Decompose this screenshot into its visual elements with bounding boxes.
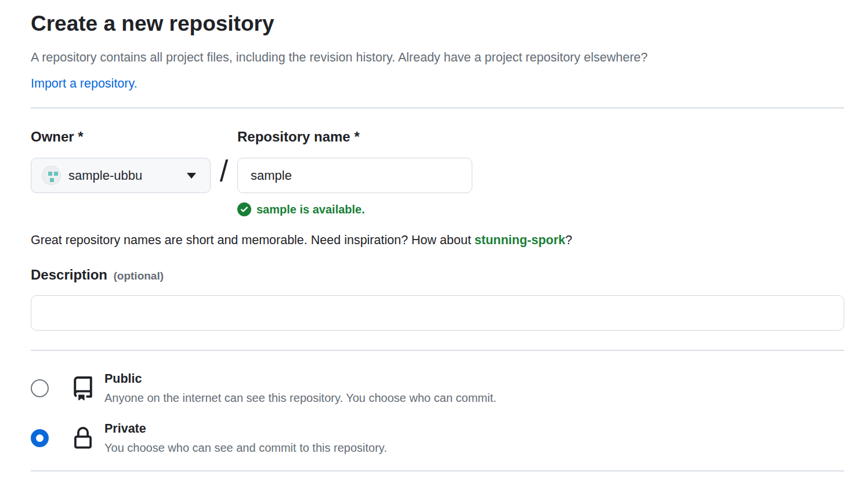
check-circle-icon bbox=[237, 202, 251, 216]
repository-name-label: Repository name * bbox=[237, 129, 472, 144]
hint-prefix: Great repository names are short and mem… bbox=[31, 233, 475, 247]
private-option-text: Private You choose who can see and commi… bbox=[104, 421, 387, 455]
header-divider bbox=[31, 107, 844, 108]
owner-repo-row: Owner * sample-ubbu / Repository name * … bbox=[31, 129, 844, 216]
repository-name-input[interactable] bbox=[237, 158, 472, 193]
private-option-label: Private bbox=[104, 421, 387, 437]
name-suggestion-hint: Great repository names are short and mem… bbox=[31, 233, 844, 248]
description-visibility-divider bbox=[31, 350, 844, 351]
description-label-row: Description (optional) bbox=[31, 267, 844, 283]
private-option-description: You choose who can see and commit to thi… bbox=[104, 441, 387, 455]
page-subtitle: A repository contains all project files,… bbox=[31, 50, 844, 92]
page-title: Create a new repository bbox=[31, 12, 844, 36]
public-option-description: Anyone on the internet can see this repo… bbox=[104, 391, 497, 405]
owner-name: sample-ubbu bbox=[68, 168, 142, 183]
description-input[interactable] bbox=[31, 295, 844, 331]
public-radio[interactable] bbox=[31, 379, 49, 397]
public-option-label: Public bbox=[104, 371, 497, 387]
subtitle-text: A repository contains all project files,… bbox=[31, 50, 648, 64]
owner-field: Owner * sample-ubbu bbox=[31, 129, 211, 193]
owner-avatar bbox=[42, 166, 61, 185]
hint-suffix: ? bbox=[565, 233, 572, 247]
repository-name-field: Repository name * sample is available. bbox=[237, 129, 472, 216]
repo-book-icon bbox=[71, 376, 95, 401]
owner-dropdown-button[interactable]: sample-ubbu bbox=[31, 158, 211, 193]
suggested-name-link[interactable]: stunning-spork bbox=[475, 233, 565, 247]
public-option-text: Public Anyone on the internet can see th… bbox=[104, 371, 497, 405]
visibility-option-public: Public Anyone on the internet can see th… bbox=[31, 371, 844, 405]
lock-icon bbox=[71, 427, 95, 450]
description-label: Description bbox=[31, 267, 107, 282]
visibility-option-private: Private You choose who can see and commi… bbox=[31, 421, 844, 455]
description-optional-note: (optional) bbox=[113, 270, 164, 282]
import-repository-link[interactable]: Import a repository. bbox=[31, 76, 844, 92]
create-repository-page: Create a new repository A repository con… bbox=[0, 0, 868, 472]
private-radio[interactable] bbox=[31, 429, 49, 447]
availability-message: sample is available. bbox=[237, 202, 472, 216]
visibility-bottom-divider bbox=[31, 470, 844, 472]
availability-text: sample is available. bbox=[256, 203, 365, 216]
owner-label: Owner * bbox=[31, 129, 211, 144]
chevron-down-icon bbox=[187, 173, 196, 179]
owner-repo-separator: / bbox=[211, 129, 237, 188]
